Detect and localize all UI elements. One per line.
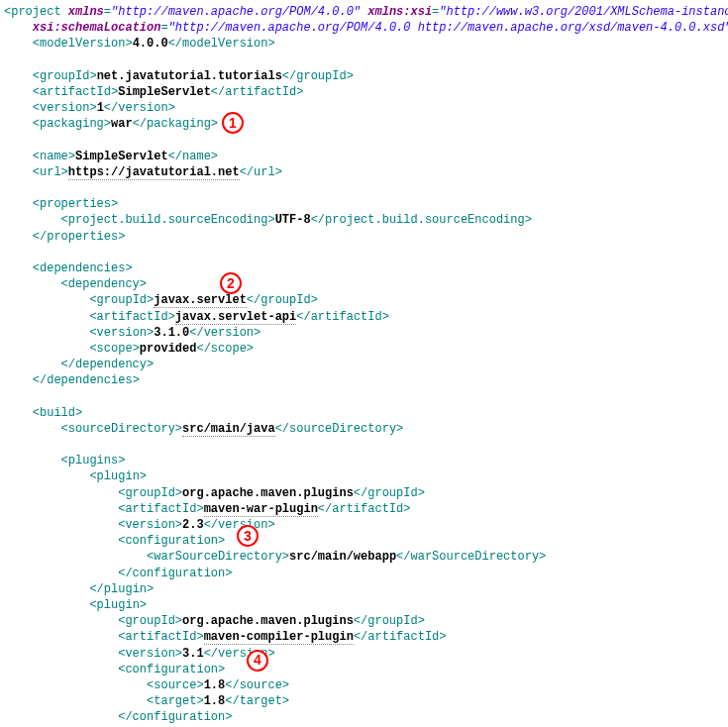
dependency-close: </dependency> <box>61 358 155 371</box>
dep-scope-open: <scope> <box>89 342 139 356</box>
dep-aid-val: javax.servlet-api <box>175 310 296 325</box>
sourcedir-val: src/main/java <box>182 422 275 437</box>
tgt-close: </target> <box>225 694 289 708</box>
dep-ver-open: <version> <box>89 326 154 340</box>
project-open: <project <box>4 5 68 19</box>
p1-gid-close: </groupId> <box>354 486 425 500</box>
dep-gid-val: javax.servlet <box>154 293 247 308</box>
plugin2-open: <plugin> <box>89 598 147 612</box>
name-open: <name> <box>33 150 75 163</box>
modelversion-val: 4.0.0 <box>133 37 168 51</box>
build-open: <build> <box>33 406 82 420</box>
plugin1-close: </plugin> <box>89 582 154 596</box>
name-close: </name> <box>168 150 218 163</box>
url-close: </url> <box>240 165 282 179</box>
wsd-open: <warSourceDirectory> <box>147 550 289 564</box>
p2-aid-open: <artifactId> <box>118 630 203 644</box>
tgt-val: 1.8 <box>204 694 226 708</box>
annotation-badge-3: 3 <box>237 525 259 547</box>
p1-ver-val: 2.3 <box>182 518 204 532</box>
modelversion-close: </modelVersion> <box>168 37 275 51</box>
xmlns-attr: xmlns <box>68 5 104 19</box>
dep-ver-close: </version> <box>189 326 260 340</box>
dependency-open: <dependency> <box>61 277 147 291</box>
p1-conf-open: <configuration> <box>118 534 225 548</box>
packaging-open: <packaging> <box>33 117 111 131</box>
p1-gid-val: org.apache.maven.plugins <box>182 486 354 500</box>
modelversion-open: <modelVersion> <box>33 37 133 51</box>
version-close: </version> <box>104 101 175 115</box>
url-val: https://javatutorial.net <box>68 165 240 180</box>
sourcedir-close: </sourceDirectory> <box>275 422 404 436</box>
p2-version-line: <version>3.1</version>4 <box>4 646 724 662</box>
p2-aid-val: maven-compiler-plugin <box>204 630 354 645</box>
p1-aid-close: </artifactId> <box>318 502 411 516</box>
dependency-open-line: <dependency>2 <box>4 276 724 292</box>
annotation-badge-1: 1 <box>222 112 244 134</box>
project-open-line: <project xmlns="http://maven.apache.org/… <box>4 4 724 20</box>
dep-gid-close: </groupId> <box>247 293 318 307</box>
wsd-val: src/main/webapp <box>289 550 396 564</box>
p2-gid-close: </groupId> <box>354 614 425 628</box>
packaging-val: war <box>111 117 133 131</box>
p2-conf-open: <configuration> <box>118 663 225 676</box>
src-val: 1.8 <box>204 678 226 692</box>
p1-conf-open-line: <configuration>3 <box>4 533 724 549</box>
dependencies-close: </dependencies> <box>33 373 140 387</box>
dep-aid-open: <artifactId> <box>89 310 174 324</box>
dep-gid-open: <groupId> <box>89 293 154 307</box>
schemaloc-val: "http://maven.apache.org/POM/4.0.0 http:… <box>168 21 728 35</box>
p1-aid-open: <artifactId> <box>118 502 203 516</box>
p1-version-line: <version>2.3</version> <box>4 517 724 533</box>
groupid-open: <groupId> <box>33 69 97 83</box>
enc-open: <project.build.sourceEncoding> <box>61 213 275 227</box>
url-open: <url> <box>33 165 68 179</box>
packaging-line: <packaging>war</packaging>1 <box>4 116 724 132</box>
wsd-close: </warSourceDirectory> <box>396 550 546 564</box>
p1-aid-val: maven-war-plugin <box>204 502 318 517</box>
p2-ver-val: 3.1 <box>182 647 204 661</box>
dep-scope-val: provided <box>140 342 197 356</box>
groupid-close: </groupId> <box>282 69 354 83</box>
enc-val: UTF-8 <box>275 213 311 227</box>
properties-close: </properties> <box>33 230 126 244</box>
xmlns-val: "http://maven.apache.org/POM/4.0.0" <box>111 5 361 19</box>
p1-gid-open: <groupId> <box>118 486 182 500</box>
xsi-attr: xmlns:xsi <box>367 5 432 19</box>
p1-ver-open: <version> <box>118 518 182 532</box>
dep-scope-close: </scope> <box>196 342 254 356</box>
plugins-open: <plugins> <box>61 454 126 467</box>
packaging-close: </packaging> <box>133 117 218 131</box>
p2-ver-open: <version> <box>118 647 182 661</box>
p2-gid-open: <groupId> <box>118 614 182 628</box>
dep-aid-close: </artifactId> <box>296 310 389 324</box>
p1-conf-close: </configuration> <box>118 567 232 580</box>
p2-conf-close: </configuration> <box>118 710 232 724</box>
project-open-line2: xsi:schemaLocation="http://maven.apache.… <box>4 20 724 36</box>
properties-open: <properties> <box>33 197 118 211</box>
sourcedir-open: <sourceDirectory> <box>61 422 182 436</box>
tgt-open: <target> <box>147 694 204 708</box>
dependencies-open: <dependencies> <box>33 261 133 275</box>
src-close: </source> <box>225 678 289 692</box>
dep-ver-val: 3.1.0 <box>154 326 189 340</box>
p2-gid-val: org.apache.maven.plugins <box>182 614 354 628</box>
version-open: <version> <box>33 101 97 115</box>
enc-close: </project.build.sourceEncoding> <box>311 213 532 227</box>
schemaloc-attr: xsi:schemaLocation <box>33 21 161 35</box>
artifactid-close: </artifactId> <box>211 85 304 99</box>
xsi-val: "http://www.w3.org/2001/XMLSchema-instan… <box>439 5 728 19</box>
name-val: SimpleServlet <box>75 150 168 163</box>
annotation-badge-2: 2 <box>220 272 242 294</box>
xml-code-block: <project xmlns="http://maven.apache.org/… <box>4 4 724 727</box>
artifactid-val: SimpleServlet <box>118 85 211 99</box>
p2-aid-close: </artifactId> <box>354 630 447 644</box>
src-open: <source> <box>147 678 204 692</box>
groupid-val: net.javatutorial.tutorials <box>97 69 282 83</box>
artifactid-open: <artifactId> <box>33 85 118 99</box>
plugin1-open: <plugin> <box>89 469 147 483</box>
version-val: 1 <box>97 101 104 115</box>
